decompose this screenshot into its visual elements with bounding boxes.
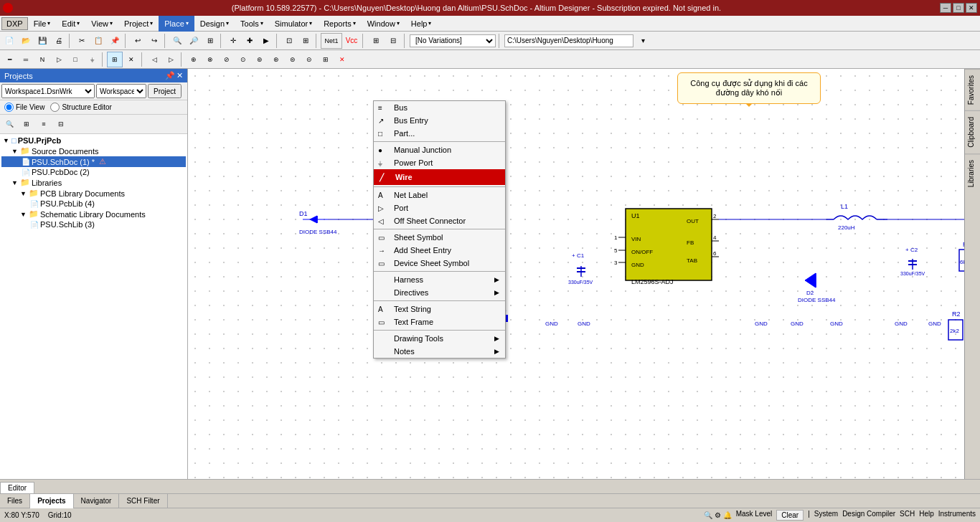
tree-libraries[interactable]: ▼ 📁 Libraries bbox=[1, 177, 186, 188]
tb-zoomout[interactable]: 🔎 bbox=[186, 33, 202, 49]
tb-sch-add6[interactable]: ⊛ bbox=[268, 52, 284, 67]
tb-sch-del[interactable]: ✕ bbox=[334, 52, 350, 67]
status-icon1[interactable]: 🔍 bbox=[704, 511, 712, 519]
menu-window[interactable]: Window ▾ bbox=[362, 16, 405, 32]
tb-misc1[interactable]: ⊞ bbox=[368, 33, 384, 49]
menu-drawing-tools[interactable]: Drawing Tools ▶ bbox=[374, 332, 505, 345]
tb-sch-arr1[interactable]: ◁ bbox=[146, 52, 162, 67]
menu-project[interactable]: Project ▾ bbox=[118, 16, 159, 32]
editor-tab[interactable]: Editor bbox=[0, 482, 34, 493]
tb-sch-add2[interactable]: ⊗ bbox=[202, 52, 218, 67]
tb-open[interactable]: 📂 bbox=[18, 33, 34, 49]
tb-new[interactable]: 📄 bbox=[1, 33, 17, 49]
tb-cut[interactable]: ✂ bbox=[74, 33, 90, 49]
menu-net-label[interactable]: A Net Label bbox=[374, 189, 505, 201]
workspace-select2[interactable]: Workspace bbox=[96, 84, 146, 98]
tb-run[interactable]: ▶ bbox=[258, 33, 274, 49]
tb-undo[interactable]: ↩ bbox=[130, 33, 146, 49]
tb-print[interactable]: 🖨 bbox=[51, 33, 67, 49]
tb-vcc[interactable]: Vcc bbox=[344, 33, 359, 49]
menu-sheet-symbol[interactable]: ▭ Sheet Symbol bbox=[374, 231, 505, 244]
tb-sch-add1[interactable]: ⊕ bbox=[186, 52, 202, 67]
tb-paste[interactable]: 📌 bbox=[107, 33, 123, 49]
structure-view-option[interactable]: Structure Editor bbox=[50, 103, 111, 112]
tab-projects[interactable]: Projects bbox=[30, 494, 73, 508]
menu-part[interactable]: □ Part... bbox=[374, 127, 505, 140]
view-icon-1[interactable]: 🔍 bbox=[1, 116, 17, 132]
menu-port[interactable]: ▷ Port bbox=[374, 201, 505, 214]
tb-sch-bus[interactable]: ═ bbox=[18, 52, 34, 67]
view-icon-3[interactable]: ≡ bbox=[36, 116, 52, 132]
tab-files[interactable]: Files bbox=[0, 494, 30, 508]
tb-sch-add9[interactable]: ⊞ bbox=[318, 52, 334, 67]
status-instruments[interactable]: Instruments bbox=[938, 510, 976, 521]
tab-sch-filter[interactable]: SCH Filter bbox=[119, 494, 167, 508]
tree-root[interactable]: ▼ □ PSU.PrjPcb bbox=[1, 136, 186, 146]
menu-tools[interactable]: Tools ▾ bbox=[235, 16, 269, 32]
tb-sch-arr2[interactable]: ▷ bbox=[163, 52, 179, 67]
status-help[interactable]: Help bbox=[919, 510, 934, 521]
tb-sch-add7[interactable]: ⊜ bbox=[285, 52, 301, 67]
tree-psu-pcblib[interactable]: 📄 PSU.PcbLib (4) bbox=[1, 199, 186, 209]
tb-sch-pwr[interactable]: ⏚ bbox=[84, 52, 100, 67]
tb-cross1[interactable]: ✛ bbox=[225, 33, 241, 49]
tb-cross2[interactable]: ✚ bbox=[242, 33, 258, 49]
menu-simulator[interactable]: Simulator ▾ bbox=[269, 16, 318, 32]
rs-favorites[interactable]: Favorites bbox=[965, 69, 981, 110]
menu-notes[interactable]: Notes ▶ bbox=[374, 345, 505, 358]
menu-design[interactable]: Design ▾ bbox=[194, 16, 235, 32]
menu-add-sheet-entry[interactable]: → Add Sheet Entry bbox=[374, 244, 505, 257]
menu-reports[interactable]: Reports ▾ bbox=[318, 16, 362, 32]
menu-harness[interactable]: Harness ▶ bbox=[374, 273, 505, 286]
menu-view[interactable]: View ▾ bbox=[85, 16, 118, 32]
project-button[interactable]: Project bbox=[148, 84, 182, 98]
tb-extra1[interactable]: ⊡ bbox=[281, 33, 297, 49]
menu-help[interactable]: Help ▾ bbox=[405, 16, 438, 32]
view-icon-4[interactable]: ⊟ bbox=[53, 116, 69, 132]
view-icon-2[interactable]: ⊞ bbox=[19, 116, 34, 132]
status-system[interactable]: System bbox=[814, 510, 838, 521]
tree-sch-lib-docs[interactable]: ▼ 📁 Schematic Library Documents bbox=[1, 209, 186, 219]
minimize-button[interactable]: ─ bbox=[940, 3, 951, 13]
menu-bus[interactable]: ≡ Bus bbox=[374, 101, 505, 114]
status-clear-btn[interactable]: Clear bbox=[776, 510, 804, 521]
tb-sch-x[interactable]: ✕ bbox=[123, 52, 139, 67]
tb-extra2[interactable]: ⊞ bbox=[298, 33, 314, 49]
tb-sch-net[interactable]: N bbox=[34, 52, 50, 67]
tb-misc2[interactable]: ⊟ bbox=[385, 33, 401, 49]
schematic-area[interactable]: Công cụ được sử dụng khi đi các đường dâ… bbox=[188, 69, 964, 479]
rs-libraries[interactable]: Libraries bbox=[965, 153, 981, 193]
close-button[interactable]: ✕ bbox=[966, 3, 977, 13]
menu-file[interactable]: File ▾ bbox=[28, 16, 57, 32]
menu-text-string[interactable]: A Text String bbox=[374, 303, 505, 315]
menu-place[interactable]: Place ▾ bbox=[159, 16, 194, 32]
tb-save[interactable]: 💾 bbox=[34, 33, 50, 49]
tb-sch-add4[interactable]: ⊙ bbox=[235, 52, 251, 67]
tree-psu-schdoc[interactable]: 📄 PSU.SchDoc (1) * ⚠ bbox=[1, 156, 186, 167]
menu-device-sheet[interactable]: ▭ Device Sheet Symbol bbox=[374, 257, 505, 270]
status-icon2[interactable]: ⚙ bbox=[715, 511, 721, 519]
menu-off-sheet[interactable]: ◁ Off Sheet Connector bbox=[374, 214, 505, 227]
rs-clipboard[interactable]: Clipboard bbox=[965, 110, 981, 153]
tb-sch-highlight[interactable]: ⊞ bbox=[107, 52, 123, 67]
panel-close[interactable]: ✕ bbox=[176, 71, 183, 80]
tb-sch-add8[interactable]: ⊝ bbox=[301, 52, 317, 67]
tab-navigator[interactable]: Navigator bbox=[74, 494, 120, 508]
status-icon3[interactable]: 🔔 bbox=[723, 511, 732, 519]
tree-psu-schlib[interactable]: 📄 PSU.SchLib (3) bbox=[1, 219, 186, 229]
variations-select[interactable]: [No Variations] bbox=[410, 34, 496, 47]
tree-psu-pcbdoc[interactable]: 📄 PSU.PcbDoc (2) bbox=[1, 167, 186, 177]
tb-zoomin[interactable]: 🔍 bbox=[169, 33, 185, 49]
tb-sch-wire[interactable]: ━ bbox=[1, 52, 17, 67]
tb-sch-add3[interactable]: ⊘ bbox=[219, 52, 235, 67]
tb-sch-port[interactable]: ▷ bbox=[51, 52, 67, 67]
tb-sch-add5[interactable]: ⊚ bbox=[252, 52, 268, 67]
menu-wire[interactable]: ╱ Wire bbox=[374, 169, 505, 185]
tree-pcb-lib-docs[interactable]: ▼ 📁 PCB Library Documents bbox=[1, 188, 186, 199]
menu-power-port[interactable]: ⏚ Power Port bbox=[374, 156, 505, 169]
menu-directives[interactable]: Directives ▶ bbox=[374, 286, 505, 299]
tb-sch-comp[interactable]: □ bbox=[67, 52, 83, 67]
menu-bus-entry[interactable]: ↗ Bus Entry bbox=[374, 114, 505, 127]
path-input[interactable] bbox=[504, 34, 633, 47]
tb-redo[interactable]: ↪ bbox=[146, 33, 162, 49]
